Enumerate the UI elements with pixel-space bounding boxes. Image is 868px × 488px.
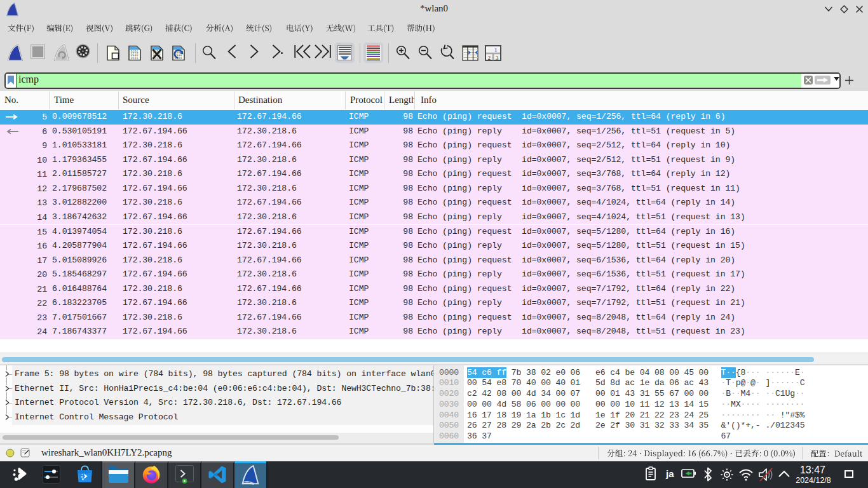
svg-text:0110: 0110 [175,53,182,57]
svg-text:0111: 0111 [175,57,182,60]
svg-text:1: 1 [494,47,498,53]
svg-text:0111: 0111 [153,57,161,60]
svg-text:2: 2 [488,55,491,61]
svg-text:0110: 0110 [131,53,139,57]
svg-text:3: 3 [496,55,499,61]
svg-text:0111: 0111 [131,57,139,60]
svg-text:0101: 0101 [175,50,182,54]
svg-text:0110: 0110 [153,53,161,57]
svg-text:0101: 0101 [131,50,139,54]
svg-text:0101: 0101 [153,50,161,54]
